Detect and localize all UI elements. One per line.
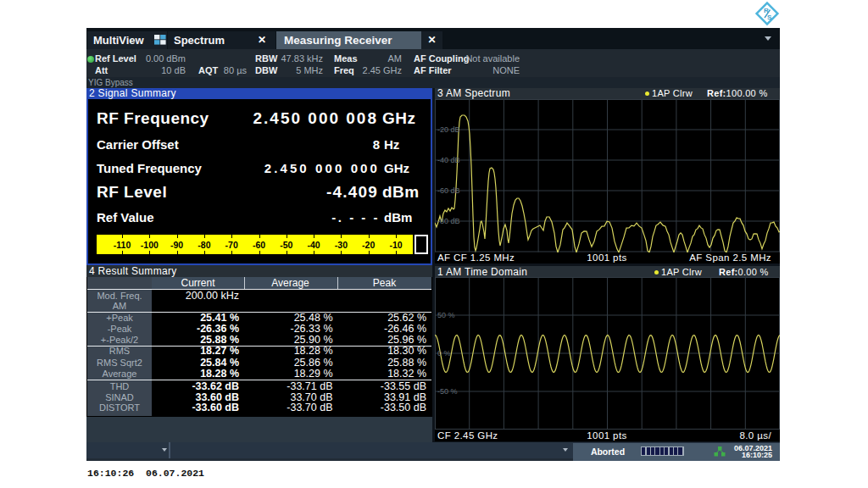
svg-text:S: S (767, 14, 772, 21)
